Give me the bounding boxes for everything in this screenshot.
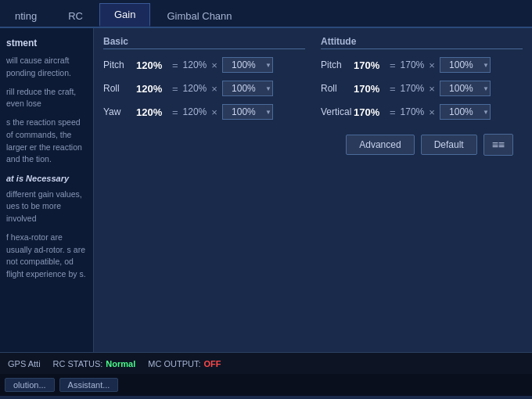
- attitude-roll-select[interactable]: 100% 90% 110%: [440, 81, 491, 96]
- default-button[interactable]: Default: [421, 135, 477, 155]
- attitude-vertical-row: Vertical 170% = 170% × 100% 90% 110%: [321, 104, 523, 120]
- taskbar-item-assistant[interactable]: Assistant...: [59, 378, 119, 392]
- mc-label: MC OUTPUT:: [148, 359, 200, 368]
- basic-pitch-value: 120%: [136, 59, 167, 71]
- basic-section-header: Basic: [103, 36, 305, 49]
- basic-pitch-row: Pitch 120% = 120% × 100% 90% 110%: [103, 57, 305, 73]
- tab-rc[interactable]: RC: [53, 5, 98, 27]
- basic-roll-select-wrapper[interactable]: 100% 90% 110%: [222, 81, 273, 96]
- attitude-pitch-select[interactable]: 100% 90% 110%: [440, 57, 491, 73]
- left-text-2: rill reduce the craft, even lose: [6, 86, 87, 111]
- basic-yaw-label: Yaw: [103, 106, 133, 117]
- basic-yaw-row: Yaw 120% = 120% × 100% 90% 110%: [103, 104, 305, 120]
- left-text-5: f hexa-rotor are usually ad-rotor. s are…: [6, 232, 87, 281]
- left-panel: stment will cause aircraft ponding direc…: [0, 28, 94, 352]
- tab-gain[interactable]: Gain: [99, 3, 150, 27]
- tab-nting[interactable]: nting: [0, 5, 52, 27]
- mc-status-item: MC OUTPUT: OFF: [148, 359, 221, 368]
- attitude-pitch-value: 170%: [354, 59, 385, 71]
- gps-label: GPS Atti: [8, 359, 41, 368]
- basic-pitch-times: ×: [211, 59, 217, 71]
- attitude-vertical-equals: =: [390, 106, 396, 118]
- basic-pitch-select[interactable]: 100% 90% 110%: [222, 57, 273, 73]
- rc-status-item: RC STATUS: Normal: [53, 359, 136, 368]
- attitude-roll-sub: 170%: [401, 83, 425, 94]
- basic-yaw-times: ×: [211, 106, 217, 118]
- attitude-section: Attitude Pitch 170% = 170% × 100% 90% 11…: [321, 36, 523, 128]
- basic-roll-select[interactable]: 100% 90% 110%: [222, 81, 273, 96]
- gps-status-item: GPS Atti: [8, 359, 41, 368]
- basic-pitch-sub: 120%: [183, 59, 207, 70]
- basic-roll-label: Roll: [103, 83, 133, 94]
- attitude-pitch-label: Pitch: [321, 59, 350, 70]
- attitude-pitch-equals: =: [390, 59, 396, 71]
- left-section-title: stment: [6, 36, 87, 50]
- tab-gimbal[interactable]: Gimbal Chann: [152, 5, 246, 27]
- attitude-roll-value: 170%: [354, 83, 385, 95]
- basic-pitch-equals: =: [172, 59, 178, 71]
- attitude-roll-times: ×: [429, 83, 435, 95]
- attitude-pitch-select-wrapper[interactable]: 100% 90% 110%: [440, 57, 491, 73]
- main-area: stment will cause aircraft ponding direc…: [0, 28, 532, 352]
- basic-roll-times: ×: [211, 83, 217, 95]
- attitude-roll-row: Roll 170% = 170% × 100% 90% 110%: [321, 81, 523, 96]
- status-bar: GPS Atti RC STATUS: Normal MC OUTPUT: OF…: [0, 352, 532, 374]
- attitude-vertical-sub: 170%: [401, 106, 425, 117]
- top-nav: nting RC Gain Gimbal Chann: [0, 0, 532, 28]
- attitude-section-header: Attitude: [321, 36, 523, 49]
- attitude-roll-equals: =: [390, 83, 396, 95]
- attitude-vertical-value: 170%: [354, 106, 385, 118]
- basic-pitch-select-wrapper[interactable]: 100% 90% 110%: [222, 57, 273, 73]
- icon-button[interactable]: ≡≡: [483, 134, 513, 156]
- attitude-vertical-times: ×: [429, 106, 435, 118]
- sections-row: Basic Pitch 120% = 120% × 100% 90% 110%: [103, 36, 523, 128]
- rc-label: RC STATUS:: [53, 359, 103, 368]
- basic-roll-equals: =: [172, 83, 178, 95]
- attitude-pitch-times: ×: [429, 59, 435, 71]
- attitude-roll-label: Roll: [321, 83, 350, 94]
- basic-yaw-value: 120%: [136, 106, 167, 118]
- attitude-vertical-select-wrapper[interactable]: 100% 90% 110%: [440, 104, 491, 120]
- bottom-buttons: Advanced Default ≡≡: [103, 128, 523, 162]
- attitude-roll-select-wrapper[interactable]: 100% 90% 110%: [440, 81, 491, 96]
- basic-pitch-label: Pitch: [103, 59, 133, 70]
- basic-section: Basic Pitch 120% = 120% × 100% 90% 110%: [103, 36, 305, 128]
- attitude-pitch-row: Pitch 170% = 170% × 100% 90% 110%: [321, 57, 523, 73]
- mc-value: OFF: [203, 359, 221, 368]
- attitude-pitch-sub: 170%: [401, 59, 425, 70]
- taskbar-item-solution[interactable]: olution...: [5, 378, 55, 392]
- left-text-3: s the reaction speed of commands, the la…: [6, 117, 87, 166]
- left-subtitle-1: at is Necessary: [6, 172, 87, 185]
- basic-yaw-select[interactable]: 100% 90% 110%: [222, 104, 273, 120]
- left-text-1: will cause aircraft ponding direction.: [6, 55, 87, 80]
- basic-yaw-select-wrapper[interactable]: 100% 90% 110%: [222, 104, 273, 120]
- left-text-4: different gain values, ues to be more in…: [6, 189, 87, 225]
- advanced-button[interactable]: Advanced: [346, 135, 414, 155]
- basic-roll-row: Roll 120% = 120% × 100% 90% 110%: [103, 81, 305, 96]
- basic-yaw-equals: =: [172, 106, 178, 118]
- taskbar: olution... Assistant...: [0, 374, 532, 396]
- basic-roll-sub: 120%: [183, 83, 207, 94]
- basic-yaw-sub: 120%: [183, 106, 207, 117]
- basic-roll-value: 120%: [136, 83, 167, 95]
- attitude-vertical-label: Vertical: [321, 106, 350, 117]
- right-content: Basic Pitch 120% = 120% × 100% 90% 110%: [94, 28, 532, 352]
- rc-value: Normal: [106, 359, 135, 368]
- attitude-vertical-select[interactable]: 100% 90% 110%: [440, 104, 491, 120]
